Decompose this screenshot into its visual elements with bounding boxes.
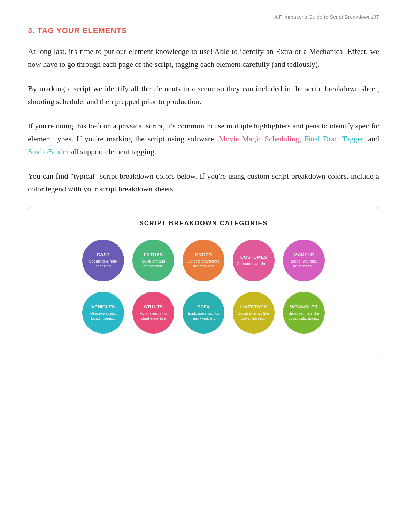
- circle-label-extras: EXTRAS: [144, 252, 163, 257]
- circle-desc-cast: Speaking & non-speaking: [86, 259, 121, 269]
- circle-label-cast: CAST: [97, 252, 110, 257]
- circle-item-extras: EXTRAS BG talent and atmosphere: [132, 240, 174, 281]
- circle-label-wrangler: WRANGLER: [290, 304, 318, 310]
- circle-label-spfx: SPFX: [197, 304, 209, 310]
- paragraph-1: At long last, it's time to put our eleme…: [28, 45, 379, 71]
- circle-desc-spfx: Explosions, squibs rain, wind, etc: [186, 311, 221, 321]
- circle-desc-props: Objects characters interact with: [186, 259, 221, 269]
- circle-item-cast: CAST Speaking & non-speaking: [82, 240, 124, 281]
- breakdown-title: SCRIPT BREAKDOWN CATEGORIES: [39, 220, 368, 227]
- circle-item-props: PROPS Objects characters interact with: [183, 240, 224, 281]
- circle-item-livestock: LIVESTOCK Large animals like cows, horse…: [233, 292, 275, 334]
- circle-desc-extras: BG talent and atmosphere: [136, 259, 171, 269]
- circles-row-2: VEHICLES Onscreen cars, boats, trains...…: [39, 292, 368, 334]
- circle-label-props: PROPS: [195, 252, 212, 257]
- circle-label-vehicles: VEHICLES: [91, 304, 115, 310]
- paragraph-4: You can find "typical" script breakdown …: [28, 170, 379, 196]
- circle-desc-makeup: Blood, wounds, prosthetics...: [286, 259, 321, 269]
- circle-label-makeup: MAKEUP: [294, 252, 314, 257]
- circle-props: PROPS Objects characters interact with: [183, 240, 224, 281]
- circle-cast: CAST Speaking & non-speaking: [82, 240, 124, 281]
- circle-item-spfx: SPFX Explosions, squibs rain, wind, etc: [183, 292, 224, 334]
- circle-desc-costumes: Character wardrobe: [237, 261, 270, 266]
- circle-item-makeup: MAKEUP Blood, wounds, prosthetics...: [283, 240, 325, 281]
- circle-label-stunts: STUNTS: [144, 304, 163, 310]
- paragraph-2: By marking a script we identify all the …: [28, 82, 379, 108]
- breakdown-box: SCRIPT BREAKDOWN CATEGORIES CAST Speakin…: [28, 207, 379, 358]
- section-heading: 3. TAG YOUR ELEMENTS: [28, 26, 379, 35]
- page-number: A Filmmaker's Guide to Script Breakdowns…: [28, 14, 379, 20]
- link-suffix: all support element tagging.: [71, 147, 156, 156]
- circle-label-livestock: LIVESTOCK: [240, 304, 267, 310]
- circle-spfx: SPFX Explosions, squibs rain, wind, etc: [183, 292, 224, 334]
- circles-row-1: CAST Speaking & non-speaking EXTRAS BG t…: [39, 240, 368, 281]
- circle-item-vehicles: VEHICLES Onscreen cars, boats, trains...: [82, 292, 124, 334]
- circle-wrangler: WRANGLER Small animals like dogs, cats, …: [283, 292, 325, 334]
- circle-livestock: LIVESTOCK Large animals like cows, horse…: [233, 292, 275, 334]
- circle-desc-stunts: Action requiring stunt expertise: [136, 311, 171, 321]
- circle-stunts: STUNTS Action requiring stunt expertise: [132, 292, 174, 334]
- circle-item-costumes: COSTUMES Character wardrobe: [233, 240, 275, 281]
- circle-item-stunts: STUNTS Action requiring stunt expertise: [132, 292, 174, 334]
- circle-vehicles: VEHICLES Onscreen cars, boats, trains...: [82, 292, 124, 334]
- circle-extras: EXTRAS BG talent and atmosphere: [132, 240, 174, 281]
- circle-makeup: MAKEUP Blood, wounds, prosthetics...: [283, 240, 325, 281]
- circle-desc-wrangler: Small animals like dogs, cats, mice...: [286, 311, 321, 321]
- circle-label-costumes: COSTUMES: [240, 255, 267, 260]
- studiobinder-link[interactable]: StudioBinder: [28, 147, 69, 156]
- final-draft-link[interactable]: Final Draft Tagger: [304, 134, 363, 143]
- movie-magic-link[interactable]: Movie Magic Scheduling: [219, 134, 299, 143]
- paragraph-3: If you're doing this lo-fi on a physical…: [28, 119, 379, 158]
- circle-desc-livestock: Large animals like cows, horses...: [236, 311, 271, 321]
- circle-item-wrangler: WRANGLER Small animals like dogs, cats, …: [283, 292, 325, 334]
- circle-desc-vehicles: Onscreen cars, boats, trains...: [86, 311, 121, 321]
- circle-costumes: COSTUMES Character wardrobe: [233, 240, 275, 281]
